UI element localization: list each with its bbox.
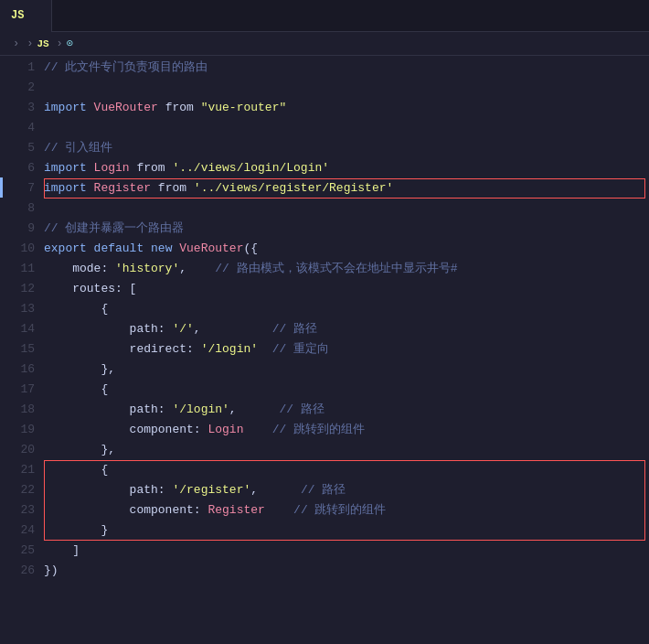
- token-str2: '../views/login/Login': [172, 161, 329, 175]
- breadcrumb-js-icon: JS: [37, 38, 48, 49]
- token-plain: },: [44, 362, 115, 376]
- line-number: 11: [0, 259, 35, 279]
- token-plain: redirect:: [44, 342, 201, 356]
- token-kw: import: [44, 101, 94, 114]
- token-str2: "vue-router": [201, 101, 287, 114]
- token-plain: path:: [44, 402, 172, 416]
- line-number: 23: [0, 500, 35, 521]
- token-comment: // 创建并暴露一个路由器: [44, 221, 184, 235]
- tab-index-js[interactable]: JS: [0, 0, 52, 32]
- code-line: ]: [44, 541, 649, 561]
- token-str2: '/login': [172, 402, 229, 416]
- code-line: [44, 78, 649, 98]
- line-number: 12: [0, 279, 35, 299]
- token-kw: export: [44, 242, 94, 255]
- line-number: 20: [0, 440, 35, 460]
- code-line: // 此文件专门负责项目的路由: [44, 58, 649, 78]
- token-plain: }): [44, 564, 59, 577]
- code-line: import Register from '../views/register/…: [44, 178, 649, 199]
- line-number: 5: [0, 138, 35, 158]
- line-number: 18: [0, 400, 35, 420]
- code-line: import Login from '../views/login/Login': [44, 158, 649, 178]
- code-line: path: '/register', // 路径: [44, 480, 649, 500]
- code-line: // 引入组件: [44, 138, 649, 158]
- code-line: }: [44, 521, 649, 541]
- code-line: component: Login // 跳转到的组件: [44, 420, 649, 440]
- line-number: 19: [0, 420, 35, 440]
- token-cls: Register: [207, 503, 264, 517]
- code-line: routes: [: [44, 279, 649, 299]
- token-kw: import: [44, 161, 94, 175]
- line-number: 21: [0, 460, 35, 480]
- token-comment: // 此文件专门负责项目的路由: [44, 60, 207, 74]
- token-plain: routes: [: [44, 282, 136, 295]
- code-line: mode: 'history', // 路由模式，该模式不会在地址中显示井号#: [44, 259, 649, 279]
- token-plain: from: [130, 161, 173, 175]
- code-line: path: '/login', // 路径: [44, 400, 649, 420]
- token-plain: [243, 423, 271, 436]
- line-number: 6: [0, 158, 35, 178]
- token-plain: [258, 342, 272, 356]
- token-comment: // 路径: [279, 402, 324, 416]
- token-comment: // 重定向: [272, 342, 329, 356]
- line-number: 9: [0, 219, 35, 239]
- line-number: 7: [0, 178, 35, 199]
- code-line: component: Register // 跳转到的组件: [44, 500, 649, 521]
- line-number: 16: [0, 360, 35, 380]
- line-number: 26: [0, 561, 35, 581]
- token-plain: from: [151, 181, 194, 195]
- token-plain: }: [44, 523, 108, 537]
- code-line: {: [44, 380, 649, 400]
- token-kw: new: [151, 242, 179, 255]
- token-comment: // 路径: [301, 483, 346, 497]
- token-plain: [265, 503, 293, 517]
- token-plain: ]: [44, 543, 80, 557]
- token-cls: Login: [94, 161, 130, 175]
- token-str2: '/register': [172, 483, 250, 497]
- token-plain: mode:: [44, 262, 115, 275]
- line-number: 3: [0, 98, 35, 118]
- source-code: // 此文件专门负责项目的路由 import VueRouter from "v…: [44, 56, 649, 644]
- token-comment: // 路由模式，该模式不会在地址中显示井号#: [215, 262, 457, 275]
- token-plain: from: [158, 101, 201, 114]
- breadcrumb-sep2: ›: [27, 38, 33, 50]
- code-line: [44, 199, 649, 219]
- token-plain: component:: [44, 423, 207, 436]
- token-comment: // 路径: [272, 322, 317, 336]
- token-plain: ,: [250, 483, 301, 497]
- token-cls: VueRouter: [179, 242, 243, 255]
- code-line: {: [44, 299, 649, 319]
- token-plain: ({: [243, 242, 258, 255]
- token-str2: '/login': [201, 342, 258, 356]
- code-line: {: [44, 460, 649, 480]
- breadcrumb-default-icon: ⊙: [67, 37, 73, 50]
- token-plain: {: [44, 463, 108, 477]
- line-number: 4: [0, 118, 35, 138]
- line-number: 14: [0, 319, 35, 339]
- code-line: import VueRouter from "vue-router": [44, 98, 649, 118]
- code-line: path: '/', // 路径: [44, 319, 649, 339]
- line-number: 17: [0, 380, 35, 400]
- token-plain: },: [44, 443, 115, 456]
- token-plain: path:: [44, 322, 172, 336]
- line-number: 22: [0, 480, 35, 500]
- line-numbers-gutter: 1234567891011121314151617181920212223242…: [0, 56, 44, 644]
- token-plain: component:: [44, 503, 207, 517]
- code-line: }): [44, 561, 649, 581]
- editor-window: JS › › JS › ⊙ 12345678910111213141516171…: [0, 0, 649, 644]
- token-cls: Register: [94, 181, 151, 195]
- active-line-indicator: [0, 177, 3, 198]
- token-plain: ,: [229, 402, 280, 416]
- code-editor[interactable]: 1234567891011121314151617181920212223242…: [0, 56, 649, 644]
- line-number: 8: [0, 199, 35, 219]
- js-file-icon: JS: [11, 9, 24, 22]
- token-cls: Login: [207, 423, 243, 436]
- token-str2: '../views/register/Register': [194, 181, 393, 195]
- code-line: [44, 118, 649, 138]
- token-plain: ,: [194, 322, 272, 336]
- line-number: 24: [0, 521, 35, 541]
- code-line: },: [44, 360, 649, 380]
- token-comment: // 跳转到的组件: [272, 423, 365, 436]
- line-number: 1: [0, 58, 35, 78]
- token-str2: '/': [172, 322, 193, 336]
